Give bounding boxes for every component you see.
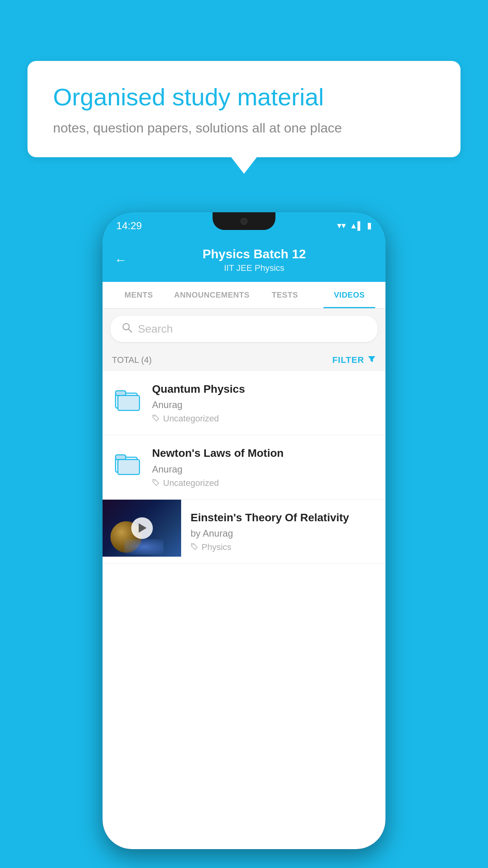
glow-decoration [124,539,163,555]
video-title: Newton's Laws of Motion [152,446,376,460]
video-title: Einstein's Theory Of Relativity [191,511,376,525]
tag-label: Uncategorized [163,478,219,488]
tag-icon [152,414,160,424]
search-container: Search [103,309,385,349]
video-author: Anurag [152,399,376,410]
wifi-icon: ▾▾ [337,221,346,231]
filter-icon [367,355,376,366]
tag-icon [191,542,198,552]
video-info: Newton's Laws of Motion Anurag Uncategor… [152,446,376,488]
search-bar[interactable]: Search [110,316,378,342]
header-subtitle: IIT JEE Physics [135,263,374,273]
video-info: Einstein's Theory Of Relativity by Anura… [181,500,385,563]
svg-point-6 [154,416,155,417]
filter-row: TOTAL (4) FILTER [103,349,385,371]
back-button[interactable]: ← [114,253,127,267]
video-author: by Anurag [191,528,376,539]
list-item[interactable]: Quantum Physics Anurag Uncategorized [103,371,385,435]
folder-icon [112,382,143,416]
tag-label: Uncategorized [163,414,219,424]
svg-marker-2 [368,356,375,362]
notch [213,212,275,230]
svg-rect-8 [116,455,126,460]
tab-announcements[interactable]: ANNOUNCEMENTS [171,282,253,308]
tab-ments[interactable]: MENTS [106,282,171,308]
search-icon [121,322,132,336]
svg-rect-5 [118,395,139,410]
video-info: Quantum Physics Anurag Uncategorized [152,382,376,424]
speech-bubble-title: Organised study material [53,83,435,112]
list-item[interactable]: Newton's Laws of Motion Anurag Uncategor… [103,435,385,499]
tabs: MENTS ANNOUNCEMENTS TESTS VIDEOS [103,282,385,309]
video-list: Quantum Physics Anurag Uncategorized [103,371,385,564]
svg-point-11 [193,544,194,546]
video-tag: Physics [191,542,376,552]
svg-rect-4 [116,391,126,395]
video-title: Quantum Physics [152,382,376,396]
phone-frame: 14:29 ▾▾ ▲▌ ▮ ← Physics Batch 12 IIT JEE… [103,212,385,849]
tab-tests[interactable]: TESTS [253,282,317,308]
phone-content: ← Physics Batch 12 IIT JEE Physics MENTS… [103,239,385,849]
tag-icon [152,478,160,488]
status-icons: ▾▾ ▲▌ ▮ [337,221,372,231]
list-item[interactable]: Einstein's Theory Of Relativity by Anura… [103,500,385,564]
filter-button[interactable]: FILTER [332,355,376,366]
play-button[interactable] [131,517,153,539]
app-header: ← Physics Batch 12 IIT JEE Physics [103,239,385,282]
svg-point-10 [154,480,155,481]
video-thumbnail [103,500,181,557]
svg-line-1 [128,329,132,332]
speech-bubble-subtitle: notes, question papers, solutions all at… [53,120,435,136]
signal-icon: ▲▌ [350,221,363,230]
filter-label: FILTER [332,355,364,365]
play-triangle-icon [139,523,147,533]
tag-label: Physics [202,542,231,552]
battery-icon: ▮ [367,221,372,231]
status-time: 14:29 [116,220,142,232]
speech-bubble: Organised study material notes, question… [28,61,460,157]
total-count: TOTAL (4) [112,355,152,365]
video-tag: Uncategorized [152,478,376,488]
video-author: Anurag [152,464,376,475]
tab-videos[interactable]: VIDEOS [317,282,382,308]
video-tag: Uncategorized [152,414,376,424]
header-center: Physics Batch 12 IIT JEE Physics [135,247,374,273]
header-title: Physics Batch 12 [135,247,374,261]
svg-rect-9 [118,460,139,474]
search-input[interactable]: Search [138,323,173,335]
folder-icon [112,446,143,480]
camera-dot [240,218,248,225]
